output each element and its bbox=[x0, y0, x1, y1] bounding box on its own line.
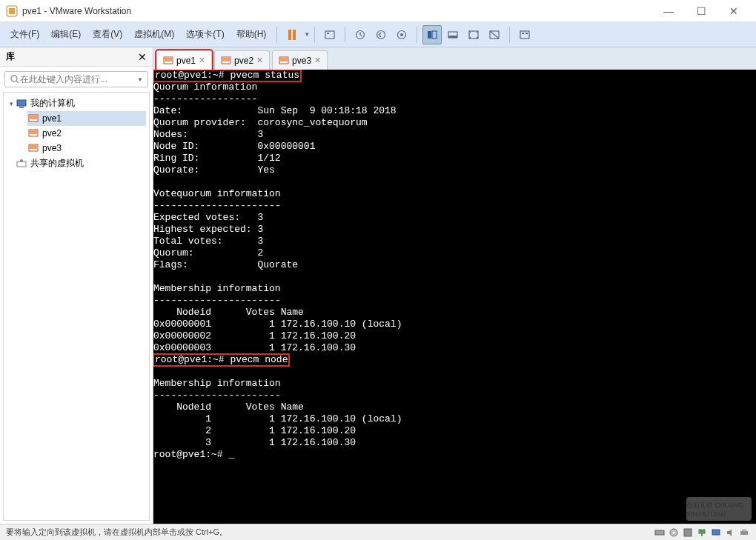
tree-vm-pve3[interactable]: pve3 bbox=[27, 141, 146, 156]
close-button[interactable]: ✕ bbox=[717, 0, 750, 22]
pause-button[interactable] bbox=[282, 25, 302, 44]
speaker-icon[interactable] bbox=[724, 527, 736, 539]
search-box[interactable]: ▼ bbox=[4, 71, 148, 87]
svg-point-7 bbox=[400, 33, 403, 36]
separator bbox=[314, 27, 315, 43]
svg-rect-27 bbox=[30, 145, 37, 149]
tree-vm-pve1[interactable]: pve1 bbox=[27, 111, 146, 126]
svg-rect-17 bbox=[525, 33, 528, 34]
svg-rect-25 bbox=[30, 130, 37, 134]
svg-rect-42 bbox=[712, 530, 720, 535]
highlight-command-2: root@pve1:~# pvecm node bbox=[153, 354, 289, 366]
fullscreen-button[interactable] bbox=[464, 25, 483, 44]
vm-icon bbox=[163, 56, 173, 66]
svg-rect-15 bbox=[520, 31, 529, 39]
minimize-button[interactable]: — bbox=[652, 0, 685, 22]
tab-pve2[interactable]: pve2 ✕ bbox=[214, 50, 270, 70]
pause-icon bbox=[288, 30, 296, 40]
tab-label: pve2 bbox=[234, 56, 253, 66]
svg-rect-21 bbox=[19, 107, 24, 108]
shared-icon bbox=[16, 158, 27, 170]
vm-console[interactable]: root@pve1:~# pvecm status Quorum informa… bbox=[153, 70, 756, 524]
sidebar-close-button[interactable]: ✕ bbox=[138, 51, 147, 63]
search-dropdown[interactable]: ▼ bbox=[137, 76, 143, 83]
view-thumbnail-button[interactable] bbox=[443, 25, 462, 44]
tree-root-mycomputer[interactable]: ▾ 我的计算机 bbox=[7, 96, 146, 111]
svg-rect-8 bbox=[428, 31, 431, 39]
status-bar: 要将输入定向到该虚拟机，请在虚拟机内部单击或按 Ctrl+G。 bbox=[0, 524, 756, 540]
tab-label: pve3 bbox=[292, 56, 311, 66]
menu-view[interactable]: 查看(V) bbox=[87, 25, 128, 44]
sidebar-title: 库 bbox=[6, 50, 138, 63]
separator bbox=[417, 27, 417, 43]
console-output: root@pve1:~# pvecm status Quorum informa… bbox=[153, 70, 756, 461]
svg-rect-23 bbox=[30, 116, 37, 119]
window-controls: — ☐ ✕ bbox=[652, 0, 750, 22]
floppy-icon[interactable] bbox=[682, 527, 694, 539]
snapshot-revert-button[interactable] bbox=[371, 25, 391, 44]
library-button[interactable] bbox=[515, 25, 534, 44]
svg-rect-9 bbox=[432, 31, 437, 39]
vmware-logo-icon bbox=[6, 5, 18, 17]
menu-file[interactable]: 文件(F) bbox=[4, 25, 45, 44]
svg-rect-31 bbox=[165, 58, 172, 61]
tree-label: 共享的虚拟机 bbox=[30, 157, 84, 170]
menu-tabs[interactable]: 选项卡(T) bbox=[180, 25, 230, 44]
power-dropdown[interactable]: ▼ bbox=[304, 31, 310, 38]
menu-help[interactable]: 帮助(H) bbox=[231, 25, 273, 44]
tab-pve1[interactable]: pve1 ✕ bbox=[156, 50, 212, 70]
svg-rect-39 bbox=[684, 529, 692, 536]
separator bbox=[509, 27, 510, 43]
svg-rect-43 bbox=[740, 531, 748, 535]
sidebar-header: 库 ✕ bbox=[0, 47, 153, 67]
watermark: 创新互联 CHUANG XIN HU LIAN bbox=[686, 497, 752, 521]
svg-rect-20 bbox=[17, 100, 26, 106]
svg-rect-11 bbox=[448, 36, 457, 38]
unity-button[interactable] bbox=[485, 25, 504, 44]
svg-rect-33 bbox=[222, 58, 230, 61]
svg-point-29 bbox=[20, 159, 23, 162]
display-icon[interactable] bbox=[710, 527, 722, 539]
status-message: 要将输入定向到该虚拟机，请在虚拟机内部单击或按 Ctrl+G。 bbox=[6, 527, 654, 538]
tree-label: pve3 bbox=[42, 143, 62, 153]
hdd-icon[interactable] bbox=[654, 527, 666, 539]
snapshot-manager-button[interactable] bbox=[392, 25, 411, 44]
tab-close-button[interactable]: ✕ bbox=[314, 56, 321, 65]
separator bbox=[345, 27, 345, 43]
window-title: pve1 - VMware Workstation bbox=[22, 6, 652, 16]
svg-rect-28 bbox=[17, 161, 26, 167]
svg-rect-3 bbox=[327, 33, 329, 34]
search-icon bbox=[10, 74, 20, 84]
status-device-icons bbox=[654, 527, 750, 539]
separator bbox=[276, 27, 277, 43]
menu-vm[interactable]: 虚拟机(M) bbox=[128, 25, 180, 44]
tab-pve3[interactable]: pve3 ✕ bbox=[272, 50, 328, 70]
tab-close-button[interactable]: ✕ bbox=[199, 56, 205, 65]
svg-rect-2 bbox=[325, 31, 334, 39]
vm-icon bbox=[279, 56, 289, 66]
tab-close-button[interactable]: ✕ bbox=[256, 56, 263, 65]
cd-icon[interactable] bbox=[668, 527, 680, 539]
snapshot-button[interactable] bbox=[351, 25, 370, 44]
library-tree: ▾ 我的计算机 pve1 pve2 pve3 bbox=[3, 92, 150, 521]
svg-rect-36 bbox=[655, 530, 664, 535]
network-icon[interactable] bbox=[696, 527, 708, 539]
vm-icon bbox=[27, 142, 39, 154]
menu-edit[interactable]: 编辑(E) bbox=[45, 25, 87, 44]
tree-shared-vms[interactable]: 共享的虚拟机 bbox=[7, 156, 146, 171]
svg-rect-1 bbox=[9, 8, 15, 14]
menu-bar: 文件(F) 编辑(E) 查看(V) 虚拟机(M) 选项卡(T) 帮助(H) ▼ bbox=[0, 22, 756, 47]
search-input[interactable] bbox=[20, 74, 137, 84]
highlight-command-1: root@pve1:~# pvecm status bbox=[153, 70, 301, 81]
library-sidebar: 库 ✕ ▼ ▾ 我的计算机 pve1 pve2 bbox=[0, 47, 153, 524]
tree-vm-pve2[interactable]: pve2 bbox=[27, 126, 146, 141]
tab-label: pve1 bbox=[176, 56, 196, 66]
main-area: 库 ✕ ▼ ▾ 我的计算机 pve1 pve2 bbox=[0, 47, 756, 524]
computer-icon bbox=[16, 98, 27, 110]
send-ctrlaltdel-button[interactable] bbox=[320, 25, 339, 44]
view-console-button[interactable] bbox=[422, 25, 442, 44]
printer-icon[interactable] bbox=[738, 527, 750, 539]
svg-rect-44 bbox=[742, 529, 746, 531]
vm-icon bbox=[27, 127, 39, 139]
maximize-button[interactable]: ☐ bbox=[685, 0, 717, 22]
